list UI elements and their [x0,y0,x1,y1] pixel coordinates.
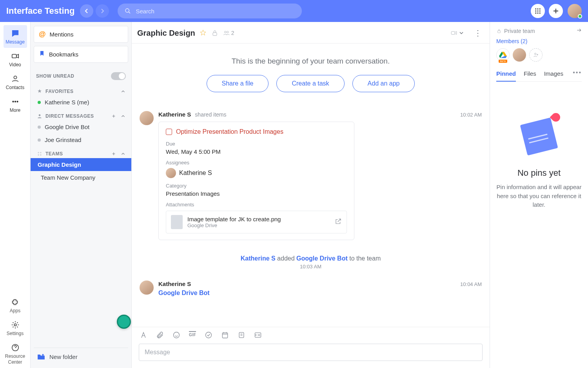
emoji-icon[interactable] [172,331,180,339]
task-title-text[interactable]: Optimize Presentation Product Images [176,128,283,135]
note-icon[interactable] [238,331,245,339]
plus-icon[interactable] [111,151,116,157]
show-unread-row: SHOW UNREAD [34,66,128,84]
svg-rect-31 [498,31,501,33]
plus-icon[interactable] [111,113,116,119]
presence-dot-icon [38,126,41,129]
add-member-button[interactable] [529,48,543,62]
new-folder-button[interactable]: New folder [34,348,128,364]
task-card[interactable]: Optimize Presentation Product Images Due… [158,122,354,240]
task-icon[interactable] [205,331,212,339]
share-file-button[interactable]: Share a file [207,75,269,92]
member-count[interactable]: 2 [223,29,234,36]
message-input[interactable] [139,344,482,361]
presence-dot-icon [38,138,41,142]
format-icon[interactable] [140,331,147,339]
message-author[interactable]: Katherine S [158,111,191,118]
svg-point-6 [539,11,541,12]
search-input[interactable] [136,8,295,15]
rail-resource-center[interactable]: Resource Center [4,339,27,368]
chevron-up-icon[interactable] [120,151,126,157]
message-avatar[interactable] [140,281,154,295]
sidebar-bookmarks[interactable]: Bookmarks [34,46,128,63]
collapse-panel-button[interactable] [576,27,582,34]
create-task-button[interactable]: Create a task [276,75,344,92]
event-icon[interactable] [221,331,229,339]
member-bot-avatar[interactable]: BETA [496,48,510,62]
system-actor[interactable]: Katherine S [241,255,276,262]
grammarly-widget[interactable] [117,315,131,329]
svg-point-13 [15,101,16,102]
nav-forward-button[interactable] [96,4,109,18]
rail-more[interactable]: More [4,93,27,116]
dm-item[interactable]: Joe Grinstead [34,133,128,146]
message-author[interactable]: Katherine S [158,281,191,287]
tab-pinned[interactable]: Pinned [496,68,516,82]
member-avatar[interactable] [513,48,526,62]
svg-point-0 [125,9,129,12]
tabs-more-button[interactable]: ••• [573,69,582,80]
svg-point-35 [535,53,536,55]
svg-point-11 [14,76,16,79]
chevron-up-icon[interactable] [120,89,126,94]
open-external-button[interactable] [335,218,342,226]
search-bar[interactable] [118,4,302,18]
chevron-up-icon[interactable] [120,113,126,119]
rail-message[interactable]: Message [4,25,27,48]
google-drive-icon [499,51,507,58]
sidebar-mentions[interactable]: @ Mentions [34,26,128,43]
collapse-icon [576,27,582,33]
assignee-avatar[interactable] [166,168,176,178]
members-link[interactable]: Members (2) [496,38,582,44]
rail-apps[interactable]: Apps [4,294,27,317]
tab-images[interactable]: Images [544,68,563,81]
favorite-item[interactable]: Katherine S (me) [34,96,128,109]
attachment-source: Google Drive [187,222,281,228]
chat-title: Graphic Design [137,29,195,38]
star-outline-icon[interactable] [199,29,207,37]
pin-illustration-icon [515,113,563,160]
add-app-button[interactable]: Add an app [352,75,415,92]
task-category-value: Presentation Images [166,190,347,197]
svg-rect-22 [213,33,217,36]
rail-contacts[interactable]: Contacts [4,71,27,93]
more-icon [11,97,20,106]
team-item[interactable]: Team New Company [34,171,128,184]
section-direct-messages[interactable]: DIRECT MESSAGES [34,109,128,120]
composer-toolbar: GIF [132,327,490,342]
tab-files[interactable]: Files [524,68,536,81]
task-checkbox[interactable] [166,129,172,135]
rail-settings[interactable]: Settings [4,317,27,339]
private-team-label: Private team [504,28,535,34]
video-call-button[interactable] [450,29,464,36]
system-message: Katherine S added Google Drive Bot to th… [140,255,482,262]
new-button[interactable] [549,4,563,18]
show-unread-toggle[interactable] [111,72,126,80]
message-avatar[interactable] [140,111,154,125]
system-target[interactable]: Google Drive Bot [296,255,348,262]
svg-point-7 [535,13,536,14]
star-icon [37,89,42,94]
dm-item[interactable]: Google Drive Bot [34,120,128,133]
app-header: Interface Testing [0,0,588,22]
profile-avatar[interactable] [568,4,582,18]
chat-more-button[interactable]: ⋮ [474,28,482,38]
message-composer[interactable] [139,344,483,361]
right-panel: Private team Members (2) BETA Pinned Fil… [490,22,588,368]
section-teams[interactable]: TEAMS [34,146,128,158]
attach-icon[interactable] [156,331,164,339]
code-snippet-icon[interactable] [254,331,262,339]
gif-icon[interactable]: GIF [189,331,196,339]
dialpad-icon [534,7,541,15]
empty-state-pinned: No pins yet Pin information and it will … [496,113,582,210]
svg-point-3 [539,8,541,9]
message-link[interactable]: Google Drive Bot [158,290,482,297]
dialpad-button[interactable] [531,4,545,18]
team-item-graphic-design[interactable]: Graphic Design [31,158,131,171]
svg-point-15 [14,324,16,326]
nav-back-button[interactable] [80,4,93,18]
chat-header: Graphic Design 2 ⋮ [132,22,490,44]
section-favorites[interactable]: FAVORITES [34,84,128,96]
attachment-card[interactable]: Image template for JK to create.png Goog… [166,211,347,233]
rail-video[interactable]: Video [4,48,27,71]
